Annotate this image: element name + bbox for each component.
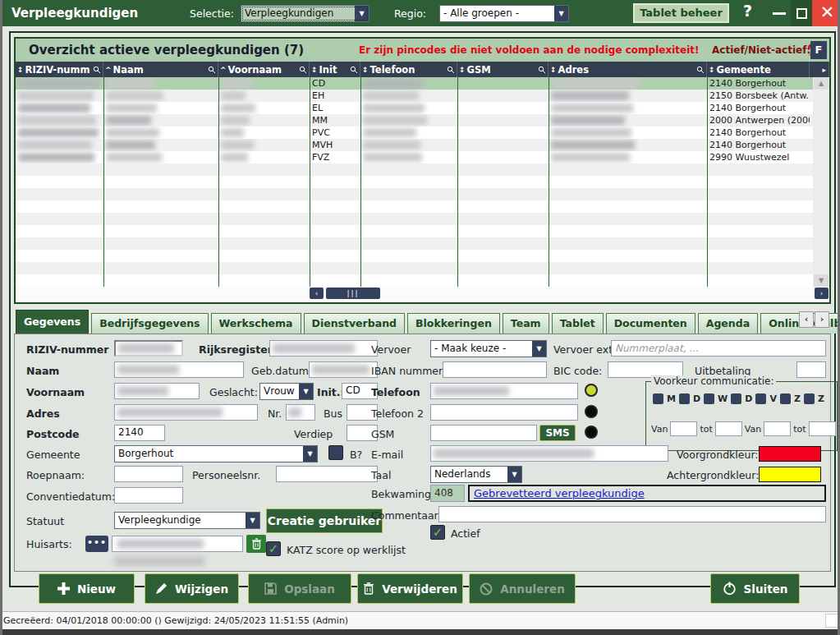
personeelsnr-input[interactable] [276, 466, 378, 482]
rijksregister-input[interactable] [269, 340, 378, 357]
tot-input-1[interactable] [715, 421, 742, 436]
tab-documenten[interactable]: Documenten [606, 313, 695, 334]
regio-dropdown[interactable]: - Alle groepen - ▼ [439, 5, 569, 22]
van-input-2[interactable] [764, 421, 791, 436]
iban-input[interactable] [443, 361, 547, 378]
column-header-telefoon[interactable]: ↕Telefoon [360, 62, 457, 77]
chevron-down-icon[interactable]: ▼ [355, 6, 369, 21]
gebdatum-input[interactable] [309, 361, 378, 378]
nr-input[interactable] [286, 404, 315, 421]
day-checkbox[interactable] [679, 393, 690, 404]
tab-tablet[interactable]: Tablet [552, 313, 604, 334]
tab-scroll-right-icon[interactable]: › [815, 311, 829, 328]
table-row[interactable]: FVZ 2990 Wuustwezel [16, 151, 813, 163]
tab-werkschema[interactable]: Werkschema [211, 313, 301, 334]
telefoon-status-indicator[interactable] [585, 384, 598, 397]
search-icon[interactable] [538, 66, 546, 74]
maximize-button[interactable] [791, 0, 812, 26]
email-input[interactable] [430, 445, 668, 462]
sms-button[interactable]: SMS [539, 425, 576, 441]
day-checkbox[interactable] [780, 393, 791, 404]
adres-input[interactable] [114, 404, 258, 421]
search-icon[interactable] [696, 66, 705, 74]
postcode-input[interactable]: 2140 [114, 425, 165, 441]
search-icon[interactable] [350, 66, 358, 74]
close-button[interactable]: ✕ [812, 0, 840, 26]
scroll-left-icon[interactable]: ‹ [310, 288, 324, 299]
wijzigen-button[interactable]: Wijzigen [145, 573, 239, 604]
telefoon2-input[interactable] [430, 404, 578, 421]
minimize-button[interactable] [768, 0, 791, 26]
column-header-adres[interactable]: ↕Adres [549, 62, 707, 77]
table-row[interactable]: EH 2150 Borsbeek (Antw.) [16, 90, 813, 102]
chevron-down-icon[interactable]: ▼ [299, 384, 313, 399]
telefoon-input[interactable] [430, 383, 578, 399]
opslaan-button[interactable]: Opslaan [248, 573, 351, 604]
tab-agenda[interactable]: Agenda [698, 313, 758, 334]
day-checkbox[interactable] [804, 393, 815, 404]
horizontal-scrollbar[interactable]: ‹ ||| › [16, 287, 829, 301]
chevron-down-icon[interactable]: ▼ [303, 446, 317, 462]
vervoer-dropdown[interactable]: - Maak keuze - ▼ [430, 340, 547, 357]
table-row[interactable]: EL 2140 Borgerhout [16, 102, 813, 114]
scroll-right-icon[interactable]: › [815, 288, 829, 299]
huisarts-lookup-button[interactable]: ••• [85, 536, 108, 552]
gemeente-dropdown[interactable]: Borgerhout ▼ [114, 445, 318, 462]
search-icon[interactable] [93, 66, 101, 74]
statuut-dropdown[interactable]: Verpleegkundige ▼ [114, 512, 260, 529]
actief-checkbox[interactable]: ✓ [430, 525, 445, 540]
bekwaming-link[interactable]: Gebrevetteerd verpleegkundige [474, 487, 645, 499]
help-button[interactable]: ? [743, 2, 752, 20]
van-input-1[interactable] [670, 421, 697, 436]
taal-dropdown[interactable]: Nederlands ▼ [430, 466, 522, 483]
naam-input[interactable] [114, 361, 244, 378]
voorgrondkleur-swatch[interactable] [759, 446, 821, 462]
search-icon[interactable] [208, 66, 216, 74]
nieuw-button[interactable]: Nieuw [39, 573, 135, 604]
search-icon[interactable] [447, 66, 455, 74]
huisarts-delete-button[interactable] [246, 535, 266, 553]
uitbetaling-input[interactable] [796, 361, 826, 378]
table-row[interactable]: CD 2140 Borgerhout [16, 77, 813, 90]
roepnaam-input[interactable] [114, 466, 183, 482]
annuleren-button[interactable]: Annuleren [469, 573, 576, 604]
gsm-status-indicator[interactable] [585, 426, 598, 439]
achtergrondkleur-swatch[interactable] [759, 467, 821, 482]
commentaar-input[interactable] [438, 506, 826, 522]
telefoon2-status-indicator[interactable] [585, 405, 598, 418]
tab-blokkeringen[interactable]: Blokkeringen [407, 313, 500, 334]
creatie-gebruiker-button[interactable]: Creatie gebruiker [266, 508, 383, 533]
vertical-scrollbar[interactable]: ▲ ▼ [813, 77, 829, 287]
day-checkbox[interactable] [653, 393, 663, 404]
day-checkbox[interactable] [755, 393, 766, 404]
tot-input-2[interactable] [809, 421, 836, 436]
sluiten-button[interactable]: Sluiten [710, 573, 800, 604]
tab-dienstverband[interactable]: Dienstverband [304, 313, 405, 334]
column-header-voornaam[interactable]: ^Voornaam [218, 62, 310, 77]
day-checkbox[interactable] [704, 393, 714, 404]
conventiedatum-input[interactable] [114, 487, 183, 504]
scrollbar-thumb[interactable]: ||| [326, 288, 380, 299]
table-row[interactable]: PVC 2140 Borgerhout [16, 127, 813, 139]
header-scroll-right-icon[interactable]: ▸ [810, 62, 829, 77]
tab-scroll-left-icon[interactable]: ‹ [799, 311, 814, 328]
tab-gegevens[interactable]: Gegevens [16, 310, 89, 334]
scroll-up-icon[interactable]: ▲ [814, 77, 829, 90]
column-header-gsm[interactable]: ↕GSM [457, 62, 549, 77]
scroll-down-icon[interactable]: ▼ [814, 274, 829, 287]
tab-bedrijfsgegevens[interactable]: Bedrijfsgegevens [91, 313, 208, 334]
filter-button[interactable]: F [810, 41, 827, 59]
geslacht-dropdown[interactable]: Vrouw ▼ [259, 383, 314, 400]
gsm-input[interactable] [430, 425, 537, 441]
chevron-down-icon[interactable]: ▼ [507, 467, 521, 482]
column-header-gemeente[interactable]: ↕Gemeente [707, 62, 810, 77]
riziv-input[interactable] [114, 340, 183, 357]
table-row[interactable]: MVH 2140 Borgerhout [16, 139, 813, 151]
katz-checkbox[interactable]: ✓ [266, 541, 281, 556]
selectie-dropdown[interactable]: Verpleegkundigen ▼ [241, 5, 370, 22]
table-row[interactable]: MM 2000 Antwerpen (2000) [16, 114, 813, 127]
column-header-riziv[interactable]: ↕RIZIV-numm [16, 62, 103, 77]
tablet-beheer-button[interactable]: Tablet beheer [633, 3, 729, 23]
chevron-down-icon[interactable]: ▼ [554, 6, 568, 21]
huisarts-input[interactable] [112, 536, 243, 552]
